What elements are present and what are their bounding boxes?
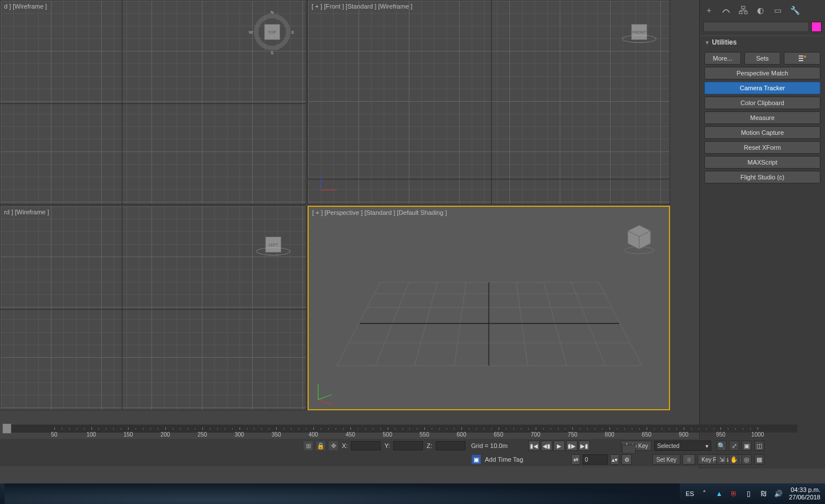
tick-label: 500 <box>382 431 392 438</box>
perspective-match-button[interactable]: Perspective Match <box>704 67 820 79</box>
time-config-button[interactable]: ⚙ <box>621 454 632 465</box>
perspective-grid <box>329 248 649 408</box>
windows-taskbar: ES ˄ ▲ ⛨ ▯ ₪ 🔊 04:33 p.m. 27/06/2018 <box>0 483 825 504</box>
tick-label: 800 <box>605 431 615 438</box>
taskbar-clock[interactable]: 04:33 p.m. 27/06/2018 <box>789 486 820 501</box>
viewport-nav-row-2: ⇲ ✋ ◎ ▦ <box>716 454 764 465</box>
frame-spinner-icon[interactable]: ▴▾ <box>610 454 619 465</box>
viewcube-base <box>256 247 290 255</box>
pan-icon[interactable]: ⇲ <box>716 454 727 465</box>
zoom-icon[interactable]: 🔍 <box>716 441 727 451</box>
fov-icon[interactable]: ◫ <box>754 441 764 451</box>
svg-rect-21 <box>739 11 742 14</box>
svg-line-6 <box>337 282 380 366</box>
svg-line-9 <box>455 282 466 366</box>
viewport-label[interactable]: [ + ] [Perspective ] [Standard ] [Defaul… <box>312 209 447 216</box>
goto-end-button[interactable]: ▶▮ <box>579 441 590 451</box>
display-tab-icon[interactable]: ▭ <box>772 5 783 16</box>
rollout-body: More... Sets Perspective Match Camera Tr… <box>700 49 825 187</box>
orbit-icon[interactable]: ✋ <box>729 454 739 465</box>
svg-rect-29 <box>799 60 803 61</box>
camera-tracker-button[interactable]: Camera Tracker <box>704 82 820 94</box>
add-time-tag-label[interactable]: Add Time Tag <box>484 456 524 463</box>
svg-line-14 <box>599 282 642 366</box>
viewcube[interactable]: FRONT <box>618 11 660 53</box>
play-button[interactable]: ▶ <box>553 441 565 451</box>
compass-s: S <box>270 50 273 55</box>
measure-button[interactable]: Measure <box>704 111 820 124</box>
panel-tabs: + ◐ ▭ 🔧 <box>700 0 825 21</box>
color-clipboard-button[interactable]: Color Clipboard <box>704 97 820 109</box>
viewcube[interactable]: TOP N E S W <box>251 11 293 53</box>
tick-label: 700 <box>531 431 540 438</box>
viewcube[interactable] <box>622 222 656 255</box>
language-indicator[interactable]: ES <box>685 490 694 497</box>
key-filters-icon[interactable]: ⁝⁝ <box>683 454 695 465</box>
sets-config-button[interactable] <box>784 52 820 65</box>
zoom-all-icon[interactable]: ⤢ <box>729 441 739 451</box>
flight-studio-button[interactable]: Flight Studio (c) <box>704 171 820 183</box>
current-frame-input[interactable] <box>583 454 608 465</box>
coord-z-input[interactable] <box>436 441 465 450</box>
tray-volume-icon[interactable]: 🔊 <box>774 489 783 498</box>
status-bar-row-2: ▣ Add Time Tag ⇄ ▴▾ ⚙ Set Key ⁝⁝ Key Fil… <box>0 453 798 466</box>
axis-line-v <box>122 1 122 204</box>
modify-tab-icon[interactable] <box>720 5 732 16</box>
zoom-extents-icon[interactable]: ▣ <box>742 441 752 451</box>
axis-line-v <box>122 206 122 410</box>
object-color-swatch[interactable] <box>811 22 822 32</box>
viewcube-ring <box>254 14 290 50</box>
more-button[interactable]: More... <box>704 52 741 65</box>
tick-label: 1000 <box>751 431 764 438</box>
viewport-front[interactable]: [ + ] [Front ] [Standard ] [Wireframe ] … <box>308 0 670 205</box>
hierarchy-tab-icon[interactable] <box>738 5 749 16</box>
chevron-down-icon: ▾ <box>706 443 708 449</box>
coord-x-input[interactable] <box>351 441 381 450</box>
svg-line-12 <box>544 282 567 366</box>
svg-line-13 <box>571 282 605 366</box>
next-frame-button[interactable]: ▮▶ <box>566 441 577 451</box>
viewcube[interactable]: LEFT <box>252 223 294 266</box>
viewport-perspective[interactable]: [ + ] [Perspective ] [Standard ] [Defaul… <box>308 206 670 410</box>
prev-frame-button[interactable]: ◀▮ <box>541 441 552 451</box>
object-name-input[interactable] <box>703 22 809 32</box>
tick-label: 100 <box>86 431 96 438</box>
grid-info: Grid = 10.0m <box>471 442 508 449</box>
max-toggle-icon[interactable]: ▦ <box>754 454 764 465</box>
viewport-left[interactable]: rd ] [Wireframe ] LEFT <box>0 206 306 410</box>
selection-lock-icon[interactable]: 🔒 <box>316 441 326 451</box>
key-target-dropdown[interactable]: Selected▾ <box>654 441 711 451</box>
taskbar-left <box>5 483 680 504</box>
viewport-top[interactable]: d ] [Wireframe ] TOP N E S W <box>0 0 306 205</box>
motion-capture-button[interactable]: Motion Capture <box>704 126 820 139</box>
coord-y-input[interactable] <box>393 441 423 450</box>
sets-button[interactable]: Sets <box>744 52 781 65</box>
key-mode-toggle-icon[interactable]: ⇄ <box>571 454 580 465</box>
tick-label: 850 <box>642 431 652 438</box>
svg-rect-22 <box>744 11 747 14</box>
tick-label: 150 <box>123 431 133 438</box>
isolate-selection-icon[interactable]: ⊞ <box>303 441 313 451</box>
utilities-tab-icon[interactable]: 🔧 <box>789 5 800 16</box>
tray-chevron-up-icon[interactable]: ˄ <box>700 489 709 498</box>
goto-start-button[interactable]: ▮◀ <box>528 441 540 451</box>
time-tag-icon[interactable]: ▣ <box>471 454 481 465</box>
rollout-header-utilities[interactable]: ▼ Utilities <box>700 35 825 49</box>
transform-type-in-icon[interactable]: ✥ <box>328 441 338 451</box>
tray-shield-icon[interactable]: ⛨ <box>730 489 739 498</box>
tick-label: 250 <box>197 431 207 438</box>
create-tab-icon[interactable]: + <box>703 5 715 16</box>
axis-gizmo <box>321 169 342 190</box>
tray-battery-icon[interactable]: ▯ <box>744 489 754 498</box>
reset-xform-button[interactable]: Reset XForm <box>704 141 820 154</box>
tray-autodesk-icon[interactable]: ▲ <box>715 489 724 498</box>
walk-through-icon[interactable]: ◎ <box>742 454 752 465</box>
axis-line-h <box>1 309 306 310</box>
motion-tab-icon[interactable]: ◐ <box>755 5 766 16</box>
set-key-button[interactable]: Set Key <box>652 454 680 465</box>
tick-label: 400 <box>309 431 318 438</box>
svg-line-11 <box>516 282 528 366</box>
maxscript-button[interactable]: MAXScript <box>704 156 820 169</box>
tray-network-icon[interactable]: ₪ <box>759 489 768 498</box>
list-icon <box>798 54 806 62</box>
